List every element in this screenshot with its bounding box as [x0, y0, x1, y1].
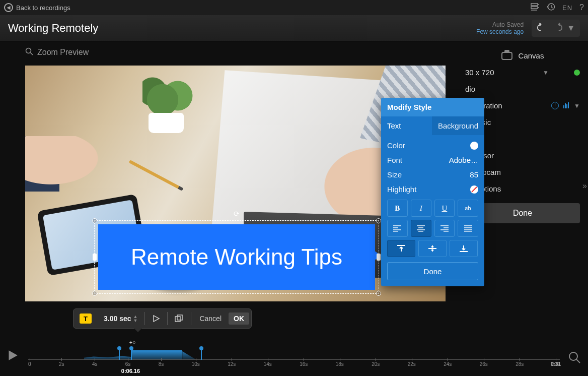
svg-rect-5	[177, 315, 182, 320]
overlay-duration[interactable]: 3.00 sec ▲▼	[100, 311, 141, 326]
chevron-down-icon: ▼	[543, 69, 549, 76]
resolution-row[interactable]: 30 x 720 ▼	[457, 64, 588, 81]
svg-rect-1	[531, 7, 538, 9]
timeline-marker-start[interactable]	[119, 349, 120, 360]
timeline-tick: 18s	[336, 361, 344, 367]
timeline: +○ 0:06.16 02s4s6s8s10s12s14s16s18s20s22…	[0, 337, 588, 376]
more-dropdown-icon[interactable]: ▼	[567, 24, 575, 33]
italic-button[interactable]: I	[411, 200, 431, 217]
row-font[interactable]: Font Adobe…	[387, 153, 478, 167]
timeline-region-fadein[interactable]	[84, 355, 132, 359]
valign-middle-button[interactable]	[418, 240, 447, 257]
align-justify-button[interactable]	[458, 220, 478, 237]
language-selector[interactable]: EN	[562, 4, 572, 12]
timeline-tick: 20s	[372, 361, 380, 367]
underline-button[interactable]: U	[434, 200, 455, 217]
row-color[interactable]: Color	[387, 138, 478, 153]
expand-panel-icon[interactable]: »	[582, 181, 587, 191]
timeline-tick: 28s	[516, 361, 524, 367]
row-size[interactable]: Size 85	[387, 167, 478, 182]
timeline-zoom-icon[interactable]	[568, 351, 581, 367]
tab-text[interactable]: Text	[381, 116, 432, 135]
strikethrough-button[interactable]: ab	[458, 200, 478, 217]
overlay-type-text[interactable]: T	[76, 311, 98, 326]
rotate-handle[interactable]: ⟳	[234, 210, 240, 218]
top-nav: ◄ Back to recordings EN ?	[0, 0, 588, 15]
resize-handle-e[interactable]	[377, 254, 381, 261]
valign-top-button[interactable]	[387, 240, 415, 257]
status-dot-green	[574, 70, 580, 76]
cancel-button[interactable]: Cancel	[194, 312, 227, 325]
resize-handle-ne[interactable]	[376, 218, 381, 223]
ok-button[interactable]: OK	[229, 312, 249, 325]
current-time: 0:06.16	[121, 368, 140, 374]
overlay-toolbar: T 3.00 sec ▲▼ Cancel OK	[73, 308, 252, 329]
redo-button[interactable]	[552, 23, 563, 34]
back-arrow-icon: ◄	[4, 3, 13, 12]
timeline-marker-end[interactable]	[201, 349, 202, 360]
timeline-ticks: 02s4s6s8s10s12s14s16s18s20s22s24s26s28s3…	[28, 361, 560, 367]
modify-style-tabs: Text Background	[381, 116, 484, 135]
text-type-icon: T	[80, 314, 92, 324]
zoom-preview-toggle[interactable]: Zoom Preview	[25, 47, 89, 57]
main-area: Zoom Preview Remote Working Tips ⟳	[0, 41, 588, 376]
magnifier-icon	[25, 47, 33, 57]
timeline-tick: 16s	[300, 361, 308, 367]
play-button[interactable]	[6, 349, 19, 364]
resize-handle-w[interactable]	[93, 254, 97, 261]
section-audio[interactable]: dio	[457, 81, 588, 97]
play-overlay-button[interactable]	[148, 311, 164, 326]
timeline-tick: 8s	[159, 361, 164, 367]
timeline-region-main[interactable]	[132, 350, 182, 359]
autosave-time[interactable]: Few seconds ago	[476, 28, 524, 35]
history-icon[interactable]	[547, 3, 555, 13]
info-icon[interactable]: !	[551, 102, 559, 109]
camera-icon	[501, 52, 512, 60]
timeline-tick: 2s	[59, 361, 64, 367]
svg-point-3	[26, 48, 31, 53]
bold-button[interactable]: B	[387, 200, 408, 217]
timeline-tick: 14s	[264, 361, 272, 367]
timeline-tick: 22s	[408, 361, 416, 367]
chevron-down-icon[interactable]: ▼	[574, 102, 580, 109]
timeline-tick: 6s	[125, 361, 131, 367]
timeline-region-fadeout[interactable]	[182, 351, 195, 359]
valign-bottom-button[interactable]	[450, 240, 478, 257]
align-center-button[interactable]	[411, 220, 431, 237]
autosave-status: Auto Saved Few seconds ago	[476, 21, 524, 35]
selection-box[interactable]: ⟳	[94, 220, 379, 294]
timeline-tick: 10s	[192, 361, 200, 367]
tab-background[interactable]: Background	[432, 116, 484, 135]
timeline-track[interactable]: +○ 0:06.16 02s4s6s8s10s12s14s16s18s20s22…	[28, 342, 560, 367]
timeline-tick: 12s	[228, 361, 236, 367]
section-canvas[interactable]: Canvas	[457, 47, 588, 64]
align-right-button[interactable]	[434, 220, 455, 237]
modify-style-popup: Modify Style Text Background Color Font …	[381, 98, 484, 286]
resize-handle-nw[interactable]	[92, 218, 97, 223]
undo-button[interactable]	[537, 23, 548, 34]
add-marker-icon[interactable]: +○	[129, 339, 136, 345]
help-icon[interactable]: ?	[579, 3, 584, 12]
undo-redo-group: ▼	[532, 20, 580, 37]
svg-point-6	[569, 352, 577, 360]
highlight-none-icon[interactable]	[470, 185, 478, 194]
resize-handle-sw[interactable]	[92, 291, 97, 296]
modify-done-button[interactable]: Done	[387, 262, 478, 280]
svg-rect-0	[531, 4, 538, 6]
back-label: Back to recordings	[16, 4, 70, 12]
align-left-button[interactable]	[387, 220, 408, 237]
timeline-tick: 4s	[92, 361, 98, 367]
layers-icon[interactable]	[531, 3, 540, 13]
svg-rect-4	[175, 317, 180, 322]
duplicate-overlay-button[interactable]	[171, 311, 188, 326]
duration-stepper[interactable]: ▲▼	[133, 315, 138, 323]
timeline-playhead[interactable]	[131, 349, 132, 360]
back-to-recordings[interactable]: ◄ Back to recordings	[4, 3, 70, 12]
project-title: Working Remotely	[8, 22, 476, 35]
audio-level-icon	[563, 101, 569, 110]
resize-handle-se[interactable]	[376, 291, 381, 296]
title-bar: Working Remotely Auto Saved Few seconds …	[0, 15, 588, 41]
color-swatch-white[interactable]	[470, 142, 478, 150]
row-highlight[interactable]: Highlight	[387, 182, 478, 197]
timeline-tick: 24s	[444, 361, 452, 367]
